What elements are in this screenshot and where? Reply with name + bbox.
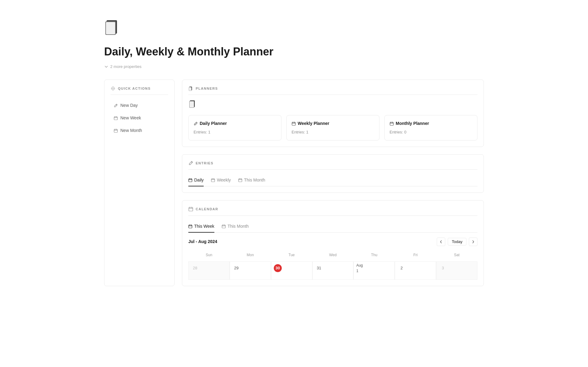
planners-grid: Daily Planner Entries: 1 Weekly Pl (188, 115, 477, 140)
monthly-planner-card[interactable]: Monthly Planner Entries: 0 (384, 115, 477, 140)
notebook-icon (188, 100, 197, 108)
planner-icon-row (188, 100, 477, 110)
entries-tab-this-month[interactable]: This Month (238, 174, 265, 186)
entries-tab-daily-icon (188, 178, 192, 182)
calendar-week-icon (114, 116, 118, 120)
chevron-right-icon (471, 240, 475, 244)
svg-rect-25 (239, 179, 242, 182)
calendar-prev-btn[interactable] (437, 238, 445, 246)
new-week-button[interactable]: New Week (111, 112, 168, 124)
day-number-aug1: Aug 1 (356, 264, 364, 272)
quick-actions-card: QUICK ACTIONS New Day (104, 80, 175, 286)
calendar-month-label: Jul - Aug 2024 (188, 238, 217, 245)
calendar-nav-bar: Jul - Aug 2024 Today (188, 238, 477, 246)
svg-rect-28 (222, 225, 225, 228)
svg-point-8 (114, 88, 115, 89)
calendar-next-btn[interactable] (469, 238, 477, 246)
pencil-icon (114, 103, 118, 108)
day-header-tue: Tue (271, 251, 312, 259)
svg-point-9 (112, 87, 112, 88)
day-header-wed: Wed (312, 251, 354, 259)
new-day-button[interactable]: New Day (111, 100, 168, 111)
calendar-cell-28[interactable]: 28 (188, 261, 230, 280)
calendar-cell-31[interactable]: 31 (312, 261, 354, 280)
calendar-day-headers: Sun Mon Tue Wed Thu Fri Sat (188, 251, 477, 259)
svg-point-10 (114, 89, 115, 90)
entries-tab-month-icon (238, 178, 242, 182)
daily-planner-card[interactable]: Daily Planner Entries: 1 (188, 115, 281, 140)
svg-point-12 (114, 87, 115, 88)
svg-point-11 (112, 89, 112, 90)
daily-planner-entries: Entries: 1 (194, 129, 276, 135)
planners-icon (188, 86, 193, 91)
svg-rect-3 (106, 22, 115, 34)
day-header-sun: Sun (188, 251, 230, 259)
svg-rect-20 (190, 101, 194, 107)
svg-rect-17 (189, 87, 191, 91)
day-number-31: 31 (315, 264, 323, 272)
calendar-week-row: 28 29 30 31 (188, 261, 477, 280)
daily-planner-icon (194, 122, 198, 126)
more-properties[interactable]: 2 more properties (104, 64, 484, 70)
entries-tab-weekly-icon (211, 178, 215, 182)
chevron-down-icon (104, 65, 108, 69)
calendar-icon (188, 207, 193, 212)
page-title: Daily, Weekly & Monthly Planner (104, 43, 484, 60)
weekly-planner-entries: Entries: 1 (292, 129, 374, 135)
calendar-tab-this-week[interactable]: This Week (188, 221, 214, 233)
svg-rect-24 (211, 179, 215, 182)
day-number-3: 3 (439, 264, 447, 272)
entries-card: ENTRIES Daily (182, 154, 484, 193)
planners-card: PLANNERS (182, 80, 484, 147)
svg-rect-22 (390, 122, 394, 125)
page-icon (104, 18, 484, 39)
svg-point-5 (113, 87, 113, 87)
entries-icon (188, 161, 193, 166)
calendar-month-icon (114, 129, 118, 133)
quick-actions-list: New Day New Week (111, 100, 168, 136)
calendar-cell-3[interactable]: 3 (436, 261, 477, 280)
svg-point-4 (113, 88, 114, 89)
calendar-tab-week-icon (188, 224, 192, 228)
calendar-cell-2[interactable]: 2 (395, 261, 436, 280)
entries-header: ENTRIES (188, 161, 477, 170)
calendar-cell-29[interactable]: 29 (230, 261, 271, 280)
calendar-card: CALENDAR This Week (182, 200, 484, 286)
day-number-29: 29 (232, 264, 240, 272)
calendar-cell-30-today[interactable]: 30 (271, 261, 312, 280)
svg-rect-23 (189, 179, 192, 182)
calendar-navigation: Today (437, 238, 477, 246)
monthly-planner-entries: Entries: 0 (390, 129, 472, 135)
entries-tab-daily[interactable]: Daily (188, 174, 204, 186)
calendar-tabs: This Week This Month (188, 221, 477, 233)
calendar-tab-month-icon (222, 224, 226, 228)
svg-rect-14 (114, 129, 118, 132)
svg-rect-27 (189, 225, 192, 228)
calendar-header-label: CALENDAR (188, 207, 477, 216)
weekly-planner-icon (292, 122, 296, 126)
day-header-thu: Thu (353, 251, 395, 259)
svg-rect-13 (114, 117, 118, 120)
entries-tabs: Daily Weekly (188, 174, 477, 186)
quick-actions-header: QUICK ACTIONS (111, 86, 168, 95)
day-number-2: 2 (398, 264, 405, 272)
day-number-28: 28 (191, 264, 199, 272)
svg-rect-26 (189, 208, 193, 211)
entries-tab-weekly[interactable]: Weekly (211, 174, 231, 186)
day-header-sat: Sat (436, 251, 477, 259)
quick-actions-icon (111, 86, 115, 91)
svg-point-7 (111, 88, 112, 89)
new-month-button[interactable]: New Month (111, 125, 168, 136)
calendar-cell-aug1[interactable]: Aug 1 (353, 261, 395, 280)
day-number-30: 30 (274, 264, 282, 272)
planners-header: PLANNERS (188, 86, 477, 95)
chevron-left-icon (439, 240, 443, 244)
weekly-planner-card[interactable]: Weekly Planner Entries: 1 (286, 115, 379, 140)
day-header-fri: Fri (395, 251, 436, 259)
calendar-today-btn[interactable]: Today (448, 238, 466, 245)
calendar-tab-this-month[interactable]: This Month (222, 221, 249, 233)
calendar-grid: Sun Mon Tue Wed Thu Fri Sat 28 (188, 251, 477, 280)
day-header-mon: Mon (230, 251, 271, 259)
svg-point-6 (113, 90, 113, 90)
svg-rect-21 (292, 122, 296, 125)
